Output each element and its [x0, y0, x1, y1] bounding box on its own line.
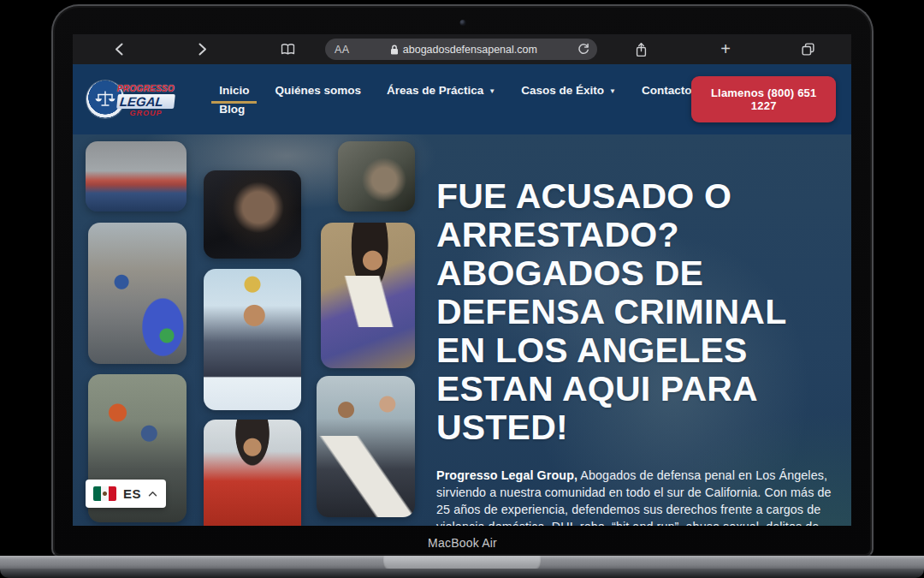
tab-overview-icon[interactable]	[794, 34, 821, 64]
new-tab-button[interactable]: +	[713, 34, 738, 64]
hero-title-line: FUE ACUSADO O	[436, 177, 845, 216]
reader-aa-button[interactable]: AA	[335, 44, 350, 56]
macbook-lid: AA abogadosdefensapenal.com +	[51, 4, 874, 557]
collage-photo-woman-red-jacket	[204, 420, 301, 526]
hero-title-line: DEFENSA CRIMINAL	[436, 293, 845, 331]
hero-paragraph-lead: Progresso Legal Group,	[436, 468, 578, 482]
browser-window: AA abogadosdefensapenal.com +	[73, 34, 851, 526]
forward-button[interactable]	[190, 34, 214, 64]
language-code: ES	[123, 486, 141, 501]
collage-photo-attorney-with-client	[317, 376, 415, 517]
nav-label: Áreas de Práctica	[387, 84, 483, 97]
webcam-icon	[459, 20, 465, 26]
address-bar[interactable]: AA abogadosdefensapenal.com	[325, 39, 597, 60]
chevron-up-icon	[148, 491, 157, 497]
site-logo[interactable]: PROGRESSO LEGAL GROUP	[86, 80, 175, 118]
nav-item-quienes-somos[interactable]: Quiénes somos	[275, 84, 361, 97]
collage-photo-man-with-certificate	[204, 269, 301, 410]
url-text: abogadosdefensapenal.com	[403, 44, 537, 56]
nav-item-casos-de-exito[interactable]: Casos de Éxito ▼	[521, 84, 616, 97]
back-button[interactable]	[107, 34, 131, 64]
share-icon[interactable]	[627, 34, 654, 64]
collage-photo-protest-march	[88, 223, 187, 364]
hero-title: FUE ACUSADO O ARRESTADO? ABOGADOS DE DEF…	[436, 177, 845, 447]
chevron-down-icon: ▼	[489, 87, 495, 95]
nav-item-contacto[interactable]: Contacto	[642, 84, 692, 97]
nav-item-blog[interactable]: Blog	[219, 103, 245, 116]
language-selector[interactable]: ES	[86, 480, 166, 508]
hero-title-line: EN LOS ANGELES	[436, 331, 845, 370]
macbook-air-label: MacBook Air	[53, 536, 872, 550]
hero-paragraph: Progresso Legal Group, Abogados de defen…	[436, 467, 845, 526]
site-header: PROGRESSO LEGAL GROUP Inicio Quiénes som…	[73, 64, 851, 134]
hero-title-line: USTED!	[436, 408, 845, 447]
hero-section: FUE ACUSADO O ARRESTADO? ABOGADOS DE DEF…	[73, 134, 851, 526]
browser-toolbar: AA abogadosdefensapenal.com +	[73, 34, 851, 64]
hero-title-line: ARRESTADO?	[436, 216, 845, 254]
logo-line-progresso: PROGRESSO	[117, 85, 175, 93]
collage-photo-police-officer	[204, 170, 301, 259]
lock-icon	[390, 45, 399, 55]
logo-line-legal: LEGAL	[116, 94, 175, 109]
collage-photo-person	[338, 141, 415, 212]
nav-item-areas-de-practica[interactable]: Áreas de Práctica ▼	[387, 84, 495, 97]
hero-copy: FUE ACUSADO O ARRESTADO? ABOGADOS DE DEF…	[436, 177, 845, 526]
mexico-flag-icon	[93, 486, 116, 501]
webpage: PROGRESSO LEGAL GROUP Inicio Quiénes som…	[73, 64, 851, 526]
call-us-button[interactable]: Llamenos (800) 651 1227	[691, 76, 836, 122]
chevron-down-icon: ▼	[609, 87, 616, 95]
hero-title-line: ABOGADOS DE	[436, 254, 845, 293]
logo-line-group: GROUP	[130, 110, 163, 117]
bookmarks-icon[interactable]	[275, 34, 300, 64]
hero-title-line: ESTAN AQUI PARA	[436, 370, 845, 408]
main-nav: Inicio Quiénes somos Áreas de Práctica ▼…	[219, 84, 691, 116]
reload-icon[interactable]	[578, 43, 589, 56]
nav-item-inicio[interactable]: Inicio	[219, 84, 249, 97]
logo-wordmark: PROGRESSO LEGAL GROUP	[117, 85, 175, 117]
collage-photo-woman-with-check	[321, 223, 415, 368]
laptop-base	[0, 569, 924, 578]
nav-label: Casos de Éxito	[521, 84, 604, 97]
collage-photo-boat	[86, 141, 187, 212]
